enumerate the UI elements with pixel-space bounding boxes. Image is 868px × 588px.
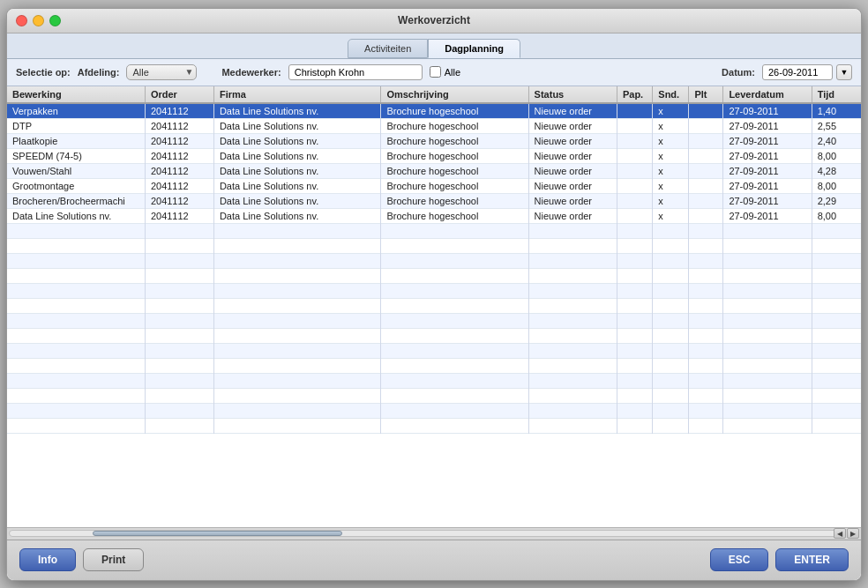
table-row-empty <box>7 418 861 433</box>
cell-leverdatum: 27-09-2011 <box>723 208 812 223</box>
cell-empty <box>213 298 381 313</box>
cell-empty <box>7 313 145 328</box>
cell-empty <box>812 418 861 433</box>
cell-empty <box>653 283 689 298</box>
cell-empty <box>528 283 617 298</box>
table-scroll-wrapper[interactable]: Bewerking Order Firma Omschrijving Statu… <box>7 86 861 527</box>
cell-empty <box>213 418 381 433</box>
cell-empty <box>7 343 145 358</box>
cell-empty <box>145 268 213 283</box>
cell-empty <box>723 238 812 253</box>
datum-arrow-btn[interactable]: ▼ <box>836 64 852 80</box>
alle-checkbox[interactable] <box>430 66 441 78</box>
table-row[interactable]: Brocheren/Brocheermachi2041112Data Line … <box>7 193 861 208</box>
cell-omschrijving: Brochure hogeschool <box>381 148 528 163</box>
afdeling-select[interactable]: Alle <box>126 64 197 80</box>
cell-empty <box>528 328 617 343</box>
cell-empty <box>381 223 528 238</box>
scrollbar-thumb[interactable] <box>93 531 342 536</box>
cell-snd: x <box>653 133 689 148</box>
cell-empty <box>145 298 213 313</box>
cell-empty <box>653 403 689 418</box>
cell-firma: Data Line Solutions nv. <box>213 193 381 208</box>
cell-order: 2041112 <box>145 118 213 133</box>
cell-leverdatum: 27-09-2011 <box>723 133 812 148</box>
medewerker-input[interactable] <box>288 64 423 80</box>
cell-empty <box>723 253 812 268</box>
cell-empty <box>381 373 528 388</box>
cell-bewerking: Brocheren/Brocheermachi <box>7 193 145 208</box>
table-row[interactable]: Verpakken2041112Data Line Solutions nv.B… <box>7 103 861 119</box>
scroll-right-btn[interactable]: ▶ <box>847 528 859 539</box>
cell-empty <box>213 283 381 298</box>
cell-empty <box>723 418 812 433</box>
cell-empty <box>653 268 689 283</box>
cell-status: Nieuwe order <box>528 178 617 193</box>
cell-status: Nieuwe order <box>528 208 617 223</box>
table-row[interactable]: Data Line Solutions nv.2041112Data Line … <box>7 208 861 223</box>
th-omschrijving: Omschrijving <box>381 86 528 103</box>
print-button[interactable]: Print <box>83 548 144 571</box>
minimize-button[interactable] <box>33 15 44 26</box>
cell-empty <box>7 373 145 388</box>
main-window: Werkoverzicht Activiteiten Dagplanning S… <box>6 8 862 581</box>
cell-order: 2041112 <box>145 208 213 223</box>
cell-empty <box>617 223 652 238</box>
th-status: Status <box>528 86 617 103</box>
enter-button[interactable]: ENTER <box>775 548 849 571</box>
table-row[interactable]: Grootmontage2041112Data Line Solutions n… <box>7 178 861 193</box>
cell-empty <box>528 403 617 418</box>
cell-empty <box>723 313 812 328</box>
table-row[interactable]: SPEEDM (74-5)2041112Data Line Solutions … <box>7 148 861 163</box>
cell-empty <box>381 343 528 358</box>
scrollbar-track[interactable] <box>9 530 842 537</box>
th-firma: Firma <box>213 86 381 103</box>
info-button[interactable]: Info <box>19 548 76 571</box>
cell-leverdatum: 27-09-2011 <box>723 163 812 178</box>
close-button[interactable] <box>16 15 27 26</box>
cell-leverdatum: 27-09-2011 <box>723 103 812 119</box>
cell-empty <box>7 358 145 373</box>
tab-dagplanning[interactable]: Dagplanning <box>428 39 520 58</box>
cell-bewerking: Vouwen/Stahl <box>7 163 145 178</box>
cell-tijd: 8,00 <box>812 148 861 163</box>
cell-plt <box>689 163 723 178</box>
table-row-empty <box>7 298 861 313</box>
cell-empty <box>812 358 861 373</box>
cell-empty <box>812 403 861 418</box>
cell-empty <box>653 298 689 313</box>
cell-empty <box>213 373 381 388</box>
cell-leverdatum: 27-09-2011 <box>723 178 812 193</box>
table-row[interactable]: Vouwen/Stahl2041112Data Line Solutions n… <box>7 163 861 178</box>
cell-firma: Data Line Solutions nv. <box>213 208 381 223</box>
cell-empty <box>145 253 213 268</box>
cell-empty <box>689 403 723 418</box>
cell-empty <box>723 328 812 343</box>
cell-empty <box>689 298 723 313</box>
cell-omschrijving: Brochure hogeschool <box>381 208 528 223</box>
maximize-button[interactable] <box>49 15 61 26</box>
table-row[interactable]: Plaatkopie2041112Data Line Solutions nv.… <box>7 133 861 148</box>
esc-button[interactable]: ESC <box>710 548 769 571</box>
cell-empty <box>213 403 381 418</box>
scroll-left-btn[interactable]: ◀ <box>834 528 846 539</box>
table-row[interactable]: DTP2041112Data Line Solutions nv.Brochur… <box>7 118 861 133</box>
cell-empty <box>145 313 213 328</box>
datum-input[interactable] <box>762 64 833 80</box>
cell-snd: x <box>653 148 689 163</box>
tab-activiteiten[interactable]: Activiteiten <box>348 39 428 58</box>
cell-empty <box>812 268 861 283</box>
cell-empty <box>7 238 145 253</box>
alle-label: Alle <box>445 67 460 78</box>
cell-empty <box>528 388 617 403</box>
table-body: Verpakken2041112Data Line Solutions nv.B… <box>7 103 861 434</box>
table-row-empty <box>7 328 861 343</box>
cell-firma: Data Line Solutions nv. <box>213 133 381 148</box>
cell-tijd: 4,28 <box>812 163 861 178</box>
cell-empty <box>528 313 617 328</box>
cell-empty <box>812 238 861 253</box>
cell-order: 2041112 <box>145 133 213 148</box>
cell-empty <box>381 418 528 433</box>
cell-empty <box>812 313 861 328</box>
cell-empty <box>145 403 213 418</box>
